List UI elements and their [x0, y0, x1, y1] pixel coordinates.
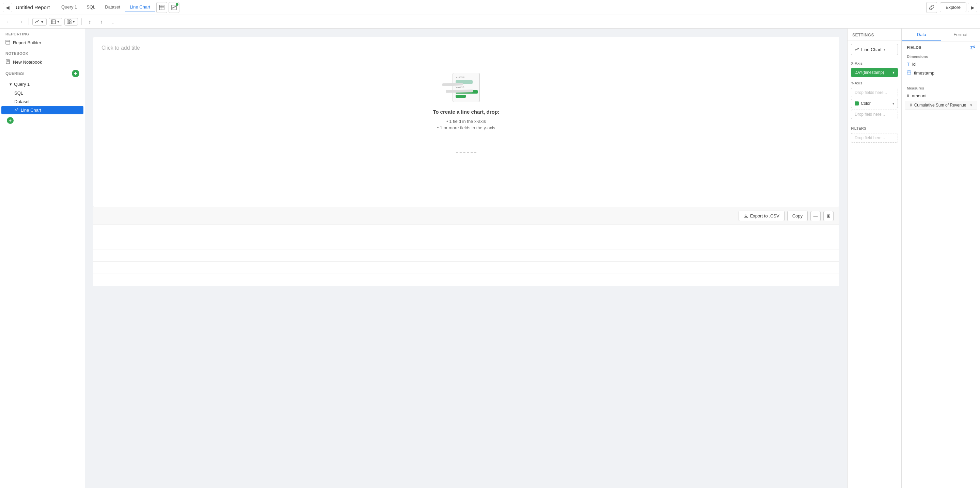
minimize-icon: —	[813, 213, 818, 219]
minimize-button[interactable]: —	[810, 211, 821, 221]
settings-panel: SETTINGS Line Chart ▾ X-Axis DAY(timesta…	[847, 29, 902, 488]
tab-dataset[interactable]: Dataset	[100, 2, 125, 12]
format-tab[interactable]: Format	[941, 29, 980, 41]
report-canvas: Click to add title X-AXIS Y-A	[93, 37, 839, 207]
query1-label: Query 1	[14, 82, 30, 87]
table-row	[93, 274, 839, 286]
bottom-toolbar: Export to .CSV Copy — ⊞	[93, 207, 839, 225]
align-bottom[interactable]: ↓	[108, 17, 118, 27]
back-button[interactable]: ◀	[3, 3, 12, 12]
dimensions-label: Dimensions	[902, 52, 980, 60]
table-row	[93, 262, 839, 274]
align-center[interactable]: ↕	[85, 17, 95, 27]
forward-button[interactable]: ▶	[968, 3, 977, 12]
sidebar-item-new-notebook[interactable]: New Notebook	[0, 57, 85, 67]
tab-linechart[interactable]: Line Chart	[125, 2, 155, 12]
field-cumulative-label: Cumulative Sum of Revenue	[914, 103, 966, 108]
settings-color-label: Color	[861, 101, 871, 106]
layout-dropdown[interactable]: ▼	[64, 18, 78, 25]
field-amount[interactable]: # amount	[902, 92, 980, 100]
tabs-container: Query 1 SQL Dataset Line Chart	[57, 2, 180, 13]
settings-color-dropdown[interactable]: Color ▾	[851, 99, 898, 108]
svg-rect-8	[67, 20, 69, 24]
settings-xaxis-dropdown[interactable]: DAY(timestamp) ▾	[851, 68, 898, 77]
add-item-area: +	[0, 114, 85, 127]
settings-yaxis-drop[interactable]: Drop fields here...	[851, 88, 898, 97]
table-view-icon[interactable]	[156, 2, 167, 13]
filters-section: FILTERS Drop field here...	[848, 122, 901, 143]
table-type-dropdown[interactable]: ▼	[49, 18, 62, 25]
settings-filters-drop[interactable]: Drop field here...	[851, 133, 898, 143]
chart-instruction-line2: • 1 or more fields in the y-axis	[433, 125, 500, 130]
sigma-icon: Σ⁰	[970, 45, 975, 51]
sidebar-sql[interactable]: SQL	[0, 89, 85, 97]
svg-rect-0	[159, 5, 164, 10]
settings-chart-type-dropdown[interactable]: Line Chart ▾	[851, 44, 898, 55]
main-layout: REPORTING Report Builder NOTEBOOK New No…	[0, 29, 980, 488]
sidebar-dataset[interactable]: Dataset	[0, 97, 85, 106]
field-hash2-icon: #	[910, 103, 912, 108]
settings-yaxis-label: Y-Axis	[848, 78, 901, 86]
new-notebook-label: New Notebook	[13, 60, 42, 65]
fields-label: FIELDS	[907, 45, 921, 50]
field-id-label: id	[912, 62, 916, 67]
navigate-back[interactable]: ←	[4, 17, 14, 27]
badge-dot	[176, 3, 178, 6]
sidebar-linechart[interactable]: Line Chart	[2, 106, 83, 114]
queries-label: QUERIES	[5, 71, 24, 76]
link-icon[interactable]	[926, 2, 937, 13]
toolbar2: ← → ▼ ▼ ▼ ↕ ↑ ↓	[0, 15, 980, 29]
export-csv-label: Export to .CSV	[750, 213, 780, 219]
settings-chevron: ▾	[884, 48, 885, 51]
field-amount-label: amount	[912, 93, 926, 98]
copy-button[interactable]: Copy	[787, 211, 808, 221]
align-top[interactable]: ↑	[97, 17, 106, 27]
sidebar-query1[interactable]: ▾ Query 1	[0, 80, 85, 89]
svg-rect-10	[70, 22, 71, 24]
chart-view-icon[interactable]	[169, 2, 180, 13]
table-row	[93, 225, 839, 237]
sidebar-item-report-builder[interactable]: Report Builder	[0, 37, 85, 48]
export-csv-button[interactable]: Export to .CSV	[738, 211, 784, 221]
fields-tabs: Data Format	[902, 29, 980, 41]
settings-xaxis-label: X-Axis	[848, 59, 901, 67]
settings-xaxis-chevron: ▾	[892, 70, 894, 75]
explore-button[interactable]: Explore	[940, 2, 966, 12]
settings-xaxis-value: DAY(timestamp)	[854, 70, 884, 75]
field-hash-icon: #	[907, 93, 909, 98]
chevron-icon: ▾	[10, 82, 12, 87]
navigate-forward[interactable]: →	[16, 17, 25, 27]
settings-color-drop[interactable]: Drop field here...	[851, 109, 898, 119]
yaxis-icon-label: Y-AXIS	[456, 86, 477, 89]
title-placeholder[interactable]: Click to add title	[102, 45, 831, 51]
table-row	[93, 249, 839, 262]
svg-rect-16	[907, 71, 911, 74]
settings-chart-type-label: Line Chart	[861, 47, 881, 52]
expand-chevron-icon: ▾	[970, 103, 972, 108]
field-id[interactable]: T id	[902, 60, 980, 68]
chart-placeholder: X-AXIS Y-AXIS To create a line	[102, 59, 831, 145]
resize-handle[interactable]	[102, 152, 831, 154]
field-cumulative-revenue[interactable]: # Cumulative Sum of Revenue ▾	[905, 101, 977, 109]
report-builder-icon	[5, 40, 10, 46]
data-tab[interactable]: Data	[902, 29, 941, 41]
fields-header: FIELDS Σ⁰	[902, 41, 980, 52]
field-timestamp[interactable]: timestamp	[902, 68, 980, 77]
expand-icon: ⊞	[827, 213, 830, 219]
chart-instructions: To create a line chart, drop: • 1 field …	[433, 109, 500, 132]
expand-button[interactable]: ⊞	[823, 211, 834, 221]
settings-color-chevron: ▾	[892, 102, 894, 106]
tab-sql[interactable]: SQL	[82, 2, 100, 12]
chart-type-dropdown[interactable]: ▼	[32, 18, 47, 25]
svg-rect-9	[70, 20, 71, 21]
field-type-cal-icon	[907, 70, 911, 76]
add-item-button[interactable]: +	[7, 117, 14, 124]
linechart-icon: Line Chart	[14, 108, 80, 112]
field-timestamp-label: timestamp	[914, 70, 934, 76]
tab-query1[interactable]: Query 1	[57, 2, 82, 12]
svg-rect-11	[6, 40, 10, 44]
xaxis-icon-label: X-AXIS	[456, 76, 477, 79]
chart-icon: X-AXIS Y-AXIS	[453, 73, 480, 102]
add-query-button[interactable]: +	[72, 70, 80, 77]
canvas: Click to add title X-AXIS Y-A	[85, 29, 847, 488]
